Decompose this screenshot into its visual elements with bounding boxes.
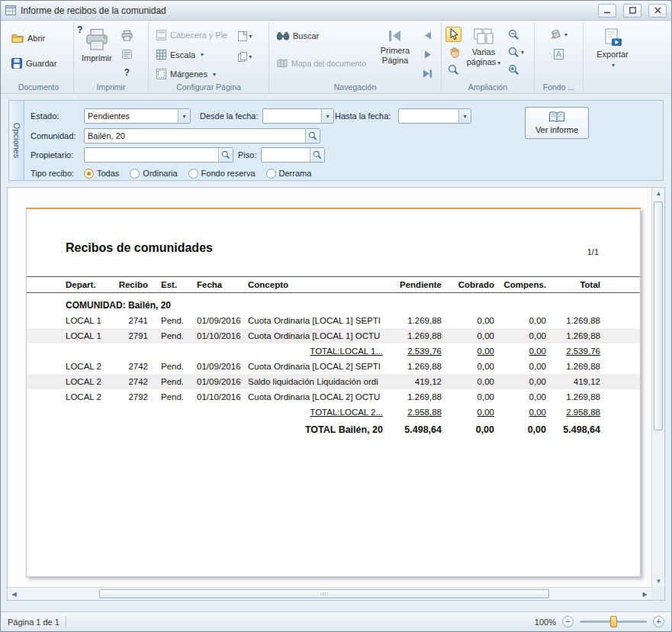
guardar-button[interactable]: Guardar: [8, 55, 69, 72]
cell: LOCAL 2: [66, 389, 111, 405]
piso-input[interactable]: [262, 148, 310, 162]
chevron-down-icon: ▾: [213, 71, 216, 78]
next-page-icon[interactable]: [420, 47, 436, 62]
chevron-down-icon[interactable]: ▾: [321, 109, 333, 123]
total-value: 0,00: [494, 420, 546, 440]
total-value: 0,00: [442, 420, 494, 440]
primera-pagina-label: Primera Página: [378, 46, 413, 65]
multiple-pages-icon: [474, 28, 494, 45]
window-title: Informe de recibos de la comunidad: [21, 5, 166, 16]
propietario-search-button[interactable]: [218, 148, 233, 162]
exportar-button[interactable]: Exportar ▾: [587, 25, 638, 72]
comunidad-input[interactable]: [85, 129, 305, 143]
scroll-up-icon[interactable]: ▲: [652, 188, 665, 199]
report-row: LOCAL 12791Pend.01/10/2016Cuota Ordinari…: [27, 328, 640, 343]
estado-combo[interactable]: Pendientes ▾: [84, 108, 191, 124]
group-label-configurar: Configurar Página: [149, 82, 268, 92]
print-options-icon[interactable]: [119, 47, 135, 62]
total-value: 2.958,88: [546, 405, 600, 420]
zoom-slider-thumb[interactable]: [610, 616, 617, 627]
scroll-left-icon[interactable]: ◀: [8, 588, 21, 601]
scale-icon: [156, 50, 166, 60]
propietario-input[interactable]: [85, 148, 218, 162]
abrir-button[interactable]: Abrir: [8, 30, 69, 46]
radio-label: Fondo reserva: [201, 169, 256, 178]
radio-todas[interactable]: Todas: [84, 169, 119, 179]
zoom-slider[interactable]: [580, 621, 647, 623]
desde-fecha-combo[interactable]: ▾: [262, 108, 334, 124]
zoom-dropdown-icon[interactable]: ▾: [506, 44, 526, 60]
cell: Cuota Ordinaria [LOCAL 1] OCTU: [248, 328, 383, 343]
zoom-plus-button[interactable]: +: [653, 616, 664, 627]
chevron-down-icon: ▾: [249, 33, 252, 40]
vertical-scroll-thumb[interactable]: [654, 202, 663, 430]
report-page: Recibos de comunidades 1/1 Depart.Recibo…: [26, 208, 641, 577]
maximize-button[interactable]: [623, 4, 641, 18]
tipo-recibo-label: Tipo recibo:: [31, 166, 74, 181]
buscar-button[interactable]: Buscar: [273, 28, 371, 44]
primera-pagina-button[interactable]: Primera Página: [374, 25, 416, 81]
chevron-down-icon: ▾: [564, 31, 568, 38]
varias-paginas-button[interactable]: Varias páginas▾: [464, 25, 503, 81]
ver-informe-button[interactable]: Ver informe: [525, 107, 589, 139]
cell: Pend.: [148, 389, 197, 405]
scroll-down-icon[interactable]: ▼: [652, 576, 665, 587]
escala-button[interactable]: Escala ▾: [153, 47, 231, 63]
horizontal-scroll-thumb[interactable]: [99, 589, 549, 598]
orientation-button[interactable]: ▾: [233, 28, 256, 44]
cell: 0,00: [494, 328, 546, 343]
header-footer-icon: [156, 30, 166, 40]
cabecera-pie-label: Cabecera y Pie: [170, 31, 227, 40]
total-value: 0,00: [494, 405, 546, 420]
first-page-icon: [387, 28, 404, 44]
margenes-label: Márgenes: [170, 69, 207, 79]
report-group-header: COMUNIDAD: Bailén, 20: [27, 296, 640, 313]
comunidad-search-button[interactable]: [305, 129, 320, 143]
cell: Cuota Ordinaria [LOCAL 2] OCTU: [248, 389, 383, 405]
chevron-down-icon[interactable]: ▾: [458, 109, 471, 123]
paper-size-button[interactable]: ▾: [233, 49, 256, 64]
total-value: 0,00: [442, 405, 494, 420]
horizontal-scrollbar[interactable]: ◀ ▶: [8, 587, 651, 600]
mapa-documento-button[interactable]: Mapa del documento: [273, 56, 371, 71]
minimize-button[interactable]: [598, 4, 616, 18]
last-page-icon[interactable]: [420, 66, 436, 81]
imprimir-button[interactable]: ? Imprimir: [78, 25, 116, 81]
radio-ordinaria[interactable]: Ordinaria: [130, 169, 177, 179]
page-color-icon[interactable]: ▾: [546, 27, 572, 42]
magnifier-tool-icon[interactable]: [445, 62, 461, 77]
hand-tool-icon[interactable]: [445, 44, 461, 60]
cell: 0,00: [442, 313, 494, 328]
report-subtotal-row: TOTAL:LOCAL 2...2.958,880,000,002.958,88: [27, 405, 640, 420]
chevron-down-icon[interactable]: ▾: [178, 109, 190, 123]
chevron-down-icon: ▾: [521, 49, 524, 56]
radio-fondo-reserva[interactable]: Fondo reserva: [188, 169, 256, 179]
total-label: TOTAL:LOCAL 1...: [66, 343, 383, 359]
estado-value: Pendientes: [85, 109, 178, 123]
scroll-right-icon[interactable]: ▶: [638, 588, 651, 601]
pointer-tool-icon[interactable]: [445, 27, 461, 42]
tipo-radio-group: TodasOrdinariaFondo reservaDerrama: [84, 166, 311, 181]
previous-page-icon[interactable]: [420, 27, 436, 43]
options-tab[interactable]: Opciones: [9, 101, 24, 180]
radio-derrama[interactable]: Derrama: [266, 169, 312, 179]
close-button[interactable]: [648, 4, 667, 18]
margenes-button[interactable]: Márgenes ▾: [153, 66, 231, 82]
zoom-out-icon[interactable]: [506, 27, 522, 42]
watermark-icon[interactable]: [551, 47, 567, 62]
zoom-in-icon[interactable]: [506, 62, 522, 77]
piso-search-button[interactable]: [310, 148, 324, 162]
quick-print-icon[interactable]: [119, 28, 135, 44]
report-header-row: Depart.ReciboEst.FechaConceptoPendienteC…: [27, 276, 640, 293]
cabecera-pie-button[interactable]: Cabecera y Pie: [153, 27, 231, 44]
help-icon[interactable]: ?: [119, 65, 135, 80]
ribbon-toolbar: Abrir Guardar Documento ? Imprimir: [1, 21, 671, 94]
hasta-fecha-combo[interactable]: ▾: [398, 108, 471, 124]
ribbon-group-ampliacion: Varias páginas▾ ▾ Ampliación: [442, 22, 535, 93]
radio-label: Derrama: [279, 169, 312, 178]
statusbar-divider: [66, 616, 66, 628]
vertical-scrollbar[interactable]: ▲ ▼: [651, 188, 664, 587]
column-header: Est.: [148, 280, 197, 289]
total-label: TOTAL Bailén, 20: [66, 420, 383, 440]
zoom-minus-button[interactable]: −: [562, 616, 574, 627]
